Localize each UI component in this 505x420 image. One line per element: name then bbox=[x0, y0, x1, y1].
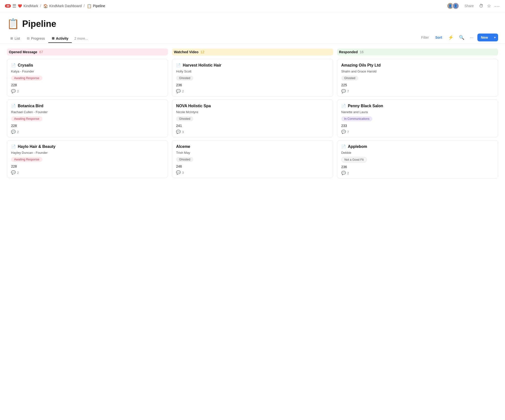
card-comment-count: 2 bbox=[347, 171, 349, 175]
card-title-row: 📄 Crysalis bbox=[11, 63, 164, 68]
col-header-2: Responded 16 bbox=[337, 49, 498, 55]
menu-icon[interactable]: ☰ bbox=[12, 3, 16, 9]
kanban-board: Opened Message 67 📄 Crysalis Katya - Fou… bbox=[0, 44, 505, 181]
kanban-card[interactable]: 📄 Penny Black Salon Nanette and Laura In… bbox=[337, 100, 498, 137]
col-label-0: Opened Message bbox=[9, 50, 37, 54]
card-sub: Katya - Founder bbox=[11, 70, 164, 73]
progress-tab-icon: ⊟ bbox=[27, 36, 30, 40]
card-title: Botanica Bird bbox=[18, 104, 43, 108]
kanban-col-2: Responded 16 Amazing Oils Pty Ltd Shalm … bbox=[335, 49, 500, 181]
card-tag[interactable]: Ghosted bbox=[176, 76, 193, 81]
card-title-row: NOVA Holistic Spa bbox=[176, 104, 329, 108]
col-label-1: Watched Video bbox=[174, 50, 198, 54]
card-sub: Nanette and Laura bbox=[341, 110, 494, 114]
card-comments: 💬 7 bbox=[341, 130, 494, 134]
kanban-card[interactable]: Alceme Trish May Ghosted 246 💬 3 bbox=[172, 140, 333, 178]
card-tag[interactable]: Ghosted bbox=[341, 76, 358, 81]
page-icon: 📋 bbox=[7, 18, 19, 30]
card-number: 246 bbox=[176, 164, 329, 168]
card-number: 228 bbox=[11, 83, 164, 87]
sort-button[interactable]: Sort bbox=[433, 35, 444, 40]
new-button-caret-icon[interactable]: ▾ bbox=[492, 34, 498, 41]
card-tag[interactable]: In Communications bbox=[341, 116, 373, 121]
card-comment-count: 7 bbox=[347, 89, 349, 93]
comment-icon: 💬 bbox=[341, 89, 346, 93]
card-comment-count: 3 bbox=[182, 130, 184, 134]
card-comments: 💬 2 bbox=[341, 171, 494, 175]
card-comment-count: 3 bbox=[182, 171, 184, 175]
tab-activity[interactable]: ⊞ Activity bbox=[48, 35, 72, 43]
toolbar-actions: Filter Sort ⚡ 🔍 ··· New ▾ bbox=[419, 34, 498, 43]
page-title: Pipeline bbox=[22, 19, 56, 29]
list-tab-icon: ⊞ bbox=[10, 36, 13, 40]
history-icon[interactable]: ⏱ bbox=[479, 3, 484, 9]
kanban-card[interactable]: 📄 Haylo Hair & Beauty Hayley Duncan - Fo… bbox=[7, 140, 168, 178]
card-tag[interactable]: Not a Good Fit bbox=[341, 157, 367, 162]
lightning-button[interactable]: ⚡ bbox=[447, 34, 455, 41]
card-title: Harvest Holistic Hair bbox=[183, 63, 221, 68]
star-icon[interactable]: ☆ bbox=[487, 3, 491, 9]
card-sub: Trish May bbox=[176, 151, 329, 155]
col-count-0: 67 bbox=[39, 50, 43, 54]
nav-dashboard[interactable]: 🏠 KindMark Dashboard bbox=[43, 4, 82, 8]
user-avatars[interactable]: 👤 👤 bbox=[447, 2, 459, 9]
card-doc-icon: 📄 bbox=[341, 144, 346, 149]
card-title-row: 📄 Botanica Bird bbox=[11, 104, 164, 108]
card-title-row: Amazing Oils Pty Ltd bbox=[341, 63, 494, 68]
card-title-row: 📄 Haylo Hair & Beauty bbox=[11, 144, 164, 149]
breadcrumb-sep-2: / bbox=[84, 4, 85, 8]
more-options-icon[interactable]: ··· bbox=[494, 3, 500, 9]
kanban-card[interactable]: 📄 Botanica Bird Rachael Cullen - Founder… bbox=[7, 100, 168, 137]
card-title: Alceme bbox=[176, 144, 190, 149]
col-header-1: Watched Video 12 bbox=[172, 49, 333, 55]
nav-heart-icon[interactable]: ❤️ bbox=[18, 4, 22, 8]
card-comments: 💬 3 bbox=[176, 130, 329, 134]
nav-pipeline[interactable]: 📋 Pipeline bbox=[87, 4, 105, 8]
card-sub: Rachael Cullen - Founder bbox=[11, 110, 164, 114]
comment-icon: 💬 bbox=[176, 170, 181, 175]
topnav-right: 👤 👤 Share ⏱ ☆ ··· bbox=[447, 2, 500, 9]
card-number: 228 bbox=[11, 164, 164, 168]
card-sub: Holly Scott bbox=[176, 70, 329, 73]
more-actions-button[interactable]: ··· bbox=[468, 35, 475, 41]
share-button[interactable]: Share bbox=[463, 3, 476, 9]
card-tag[interactable]: Awaiting Response bbox=[11, 76, 42, 81]
tab-progress[interactable]: ⊟ Progress bbox=[23, 35, 48, 43]
card-doc-icon: 📄 bbox=[11, 144, 16, 149]
comment-icon: 💬 bbox=[11, 130, 16, 134]
tab-list[interactable]: ⊞ List bbox=[7, 35, 23, 43]
topnav: 39 ☰ ❤️ KindMark / 🏠 KindMark Dashboard … bbox=[0, 0, 505, 12]
search-button[interactable]: 🔍 bbox=[457, 34, 466, 41]
card-tag[interactable]: Awaiting Response bbox=[11, 116, 42, 121]
comment-icon: 💬 bbox=[176, 89, 181, 93]
card-comments: 💬 2 bbox=[11, 170, 164, 175]
card-tag[interactable]: Ghosted bbox=[176, 116, 193, 121]
card-title: Amazing Oils Pty Ltd bbox=[341, 63, 381, 68]
dashboard-icon: 🏠 bbox=[43, 4, 48, 8]
nav-brand[interactable]: KindMark bbox=[23, 4, 38, 8]
tab-more[interactable]: 2 more... bbox=[72, 35, 90, 42]
card-title-row: Alceme bbox=[176, 144, 329, 149]
card-number: 228 bbox=[11, 124, 164, 128]
card-comments: 💬 3 bbox=[176, 170, 329, 175]
card-title: Haylo Hair & Beauty bbox=[18, 144, 55, 149]
card-comment-count: 2 bbox=[17, 89, 19, 93]
notification-badge[interactable]: 39 bbox=[5, 4, 11, 8]
filter-button[interactable]: Filter bbox=[419, 35, 431, 40]
card-comments: 💬 2 bbox=[11, 130, 164, 134]
kanban-card[interactable]: NOVA Holistic Spa Nicole McIntyre Ghoste… bbox=[172, 100, 333, 137]
card-doc-icon: 📄 bbox=[176, 63, 181, 68]
avatar-2[interactable]: 👤 bbox=[452, 2, 459, 9]
card-tag[interactable]: Awaiting Response bbox=[11, 157, 42, 162]
kanban-card[interactable]: 📄 Applebom Debbie Not a Good Fit 236 💬 2 bbox=[337, 140, 498, 178]
kanban-card[interactable]: 📄 Crysalis Katya - Founder Awaiting Resp… bbox=[7, 59, 168, 97]
card-title-row: 📄 Harvest Holistic Hair bbox=[176, 63, 329, 68]
kanban-card[interactable]: Amazing Oils Pty Ltd Shalm and Grace Har… bbox=[337, 59, 498, 97]
card-comment-count: 2 bbox=[182, 89, 184, 93]
card-tag[interactable]: Ghosted bbox=[176, 157, 193, 162]
card-number: 236 bbox=[176, 83, 329, 87]
card-title-row: 📄 Applebom bbox=[341, 144, 494, 149]
kanban-card[interactable]: 📄 Harvest Holistic Hair Holly Scott Ghos… bbox=[172, 59, 333, 97]
card-sub: Debbie bbox=[341, 151, 494, 155]
new-button[interactable]: New ▾ bbox=[477, 34, 498, 41]
